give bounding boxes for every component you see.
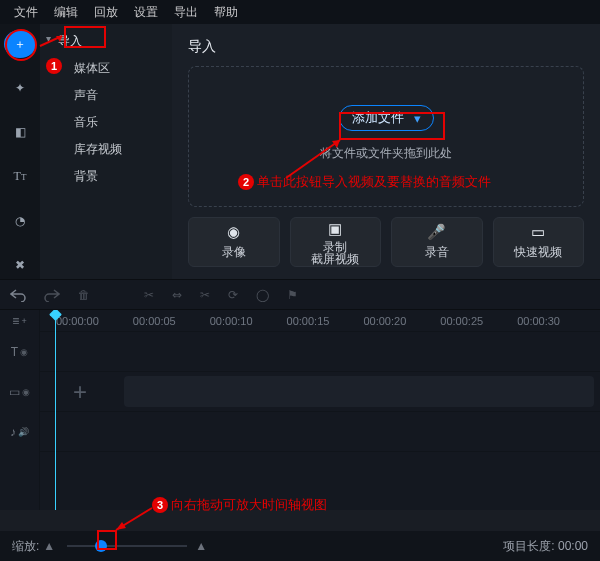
footer: 缩放: ▲ ▲ 项目长度: 00:00 <box>0 531 600 561</box>
ruler-tick: 00:00:20 <box>363 315 440 327</box>
ruler-tick: 00:00:00 <box>56 315 133 327</box>
wrench-icon: ✖ <box>15 258 25 272</box>
svg-marker-5 <box>116 522 126 530</box>
eye-icon: ◉ <box>22 387 30 397</box>
menu-help[interactable]: 帮助 <box>206 4 246 21</box>
add-file-button[interactable]: 添加文件 ▾ <box>339 105 434 131</box>
tree-music[interactable]: 音乐 <box>40 109 172 136</box>
menu-settings[interactable]: 设置 <box>126 4 166 21</box>
tree-stock[interactable]: 库存视频 <box>40 136 172 163</box>
menubar: 文件 编辑 回放 设置 导出 帮助 <box>0 0 600 24</box>
moon-icon: ◔ <box>15 214 25 228</box>
audio-track-label[interactable]: ♪ 🔊 <box>0 412 39 452</box>
timeline: ≡+ T ◉ ▭ ◉ ♪ 🔊 00:00:00 00:00:05 00:00:1… <box>0 310 600 510</box>
record-screen-label: 录制截屏视频 <box>311 241 359 265</box>
quick-video-label: 快速视频 <box>514 244 562 261</box>
zoom-label: 缩放: <box>12 538 39 555</box>
zoom-slider[interactable] <box>67 539 187 553</box>
tools-tool[interactable]: ✖ <box>4 251 36 279</box>
screen-icon: ▣ <box>328 220 342 238</box>
anno-arrow-3 <box>112 506 156 534</box>
chevron-down-icon: ▾ <box>414 111 421 126</box>
record-camera-button[interactable]: ◉ 录像 <box>188 217 280 267</box>
record-camera-label: 录像 <box>222 244 246 261</box>
tree-bg[interactable]: 背景 <box>40 163 172 190</box>
speaker-icon: 🔊 <box>18 427 29 437</box>
audio-track[interactable] <box>40 412 600 452</box>
tree-root-import[interactable]: 导入 <box>40 28 172 55</box>
ruler-tick: 00:00:15 <box>287 315 364 327</box>
playhead[interactable] <box>55 310 56 510</box>
ruler-tick: 00:00:30 <box>517 315 594 327</box>
time-ruler[interactable]: 00:00:00 00:00:05 00:00:10 00:00:15 00:0… <box>40 310 600 332</box>
zoom-out-icon[interactable]: ▲ <box>43 539 55 553</box>
redo-button[interactable] <box>44 288 60 302</box>
mic-icon: 🎤 <box>427 223 446 241</box>
video-track[interactable]: + <box>40 372 600 412</box>
drop-hint: 将文件或文件夹拖到此处 <box>320 145 452 162</box>
transition-icon: ◧ <box>15 125 26 139</box>
project-length: 项目长度: 00:00 <box>503 538 588 555</box>
side-toolbar: ＋ ✦ ◧ TT ◔ ✖ <box>0 24 40 279</box>
import-tool[interactable]: ＋ <box>4 30 36 58</box>
ruler-tick: 00:00:10 <box>210 315 287 327</box>
titles-icon: TT <box>14 169 27 184</box>
timeline-toolbar: 🗑 ✂ ⇔ ✂ ⟳ ◯ ⚑ <box>0 280 600 310</box>
add-file-label: 添加文件 <box>352 109 404 127</box>
record-audio-label: 录音 <box>425 244 449 261</box>
video-lane[interactable] <box>124 376 594 407</box>
flag-icon: ⚑ <box>287 288 298 302</box>
titles-tool[interactable]: TT <box>4 163 36 191</box>
text-track[interactable] <box>40 332 600 372</box>
rotate-icon: ⟳ <box>228 288 238 302</box>
import-main: 导入 添加文件 ▾ 将文件或文件夹拖到此处 ◉ 录像 ▣ 录制截屏视频 🎤 录音 <box>172 24 600 279</box>
color-button[interactable]: ◯ <box>256 288 269 302</box>
tree-media[interactable]: 媒体区 <box>40 55 172 82</box>
menu-export[interactable]: 导出 <box>166 4 206 21</box>
flag-button[interactable]: ⚑ <box>287 288 298 302</box>
eye-icon: ◉ <box>20 347 28 357</box>
zoom-in-icon[interactable]: ▲ <box>195 539 207 553</box>
menu-file[interactable]: 文件 <box>6 4 46 21</box>
wand-icon: ✦ <box>15 81 25 95</box>
trash-icon: 🗑 <box>78 288 90 302</box>
split-icon: ⇔ <box>172 288 182 302</box>
add-track-button[interactable]: ≡+ <box>0 310 39 332</box>
tree-sound[interactable]: 声音 <box>40 82 172 109</box>
quick-icon: ▭ <box>531 223 545 241</box>
ruler-tick: 00:00:25 <box>440 315 517 327</box>
cut-button[interactable]: ✂ <box>144 288 154 302</box>
tracks-area[interactable]: 00:00:00 00:00:05 00:00:10 00:00:15 00:0… <box>40 310 600 510</box>
stickers-tool[interactable]: ◔ <box>4 207 36 235</box>
crop-icon: ✂ <box>200 288 210 302</box>
add-clip-button[interactable]: + <box>40 372 120 411</box>
color-icon: ◯ <box>256 288 269 302</box>
svg-line-4 <box>116 508 152 530</box>
video-track-label[interactable]: ▭ ◉ <box>0 372 39 412</box>
quick-video-button[interactable]: ▭ 快速视频 <box>493 217 585 267</box>
transitions-tool[interactable]: ◧ <box>4 118 36 146</box>
text-track-label[interactable]: T ◉ <box>0 332 39 372</box>
track-labels: ≡+ T ◉ ▭ ◉ ♪ 🔊 <box>0 310 40 510</box>
undo-button[interactable] <box>10 288 26 302</box>
record-audio-button[interactable]: 🎤 录音 <box>391 217 483 267</box>
filters-tool[interactable]: ✦ <box>4 74 36 102</box>
import-subpanel: 导入 媒体区 声音 音乐 库存视频 背景 <box>40 24 172 279</box>
quick-row: ◉ 录像 ▣ 录制截屏视频 🎤 录音 ▭ 快速视频 <box>188 217 584 267</box>
drop-zone[interactable]: 添加文件 ▾ 将文件或文件夹拖到此处 <box>188 66 584 207</box>
scissors-icon: ✂ <box>144 288 154 302</box>
record-screen-button[interactable]: ▣ 录制截屏视频 <box>290 217 382 267</box>
menu-playback[interactable]: 回放 <box>86 4 126 21</box>
import-title: 导入 <box>188 38 584 56</box>
camera-icon: ◉ <box>227 223 240 241</box>
split-button[interactable]: ⇔ <box>172 288 182 302</box>
zoom-thumb[interactable] <box>95 540 107 552</box>
import-icon: ＋ <box>14 36 26 53</box>
delete-button[interactable]: 🗑 <box>78 288 90 302</box>
ruler-tick: 00:00:05 <box>133 315 210 327</box>
crop-button[interactable]: ✂ <box>200 288 210 302</box>
rotate-button[interactable]: ⟳ <box>228 288 238 302</box>
menu-edit[interactable]: 编辑 <box>46 4 86 21</box>
